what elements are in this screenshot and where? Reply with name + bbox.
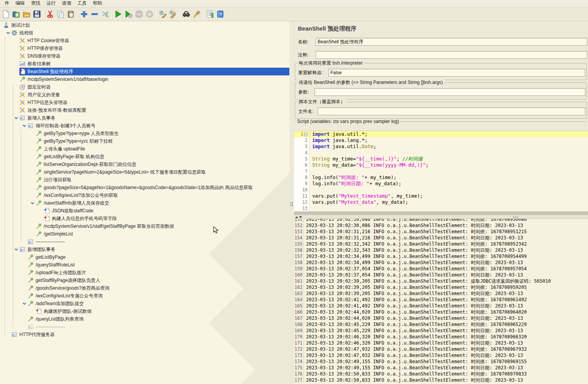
menu-item-3[interactable]: 运行 [43,0,59,7]
tree-node-body[interactable]: /queryStaffRoleList [27,261,289,269]
tree-node-body[interactable]: /goodsService/goods?推荐商品查询 [27,284,289,292]
tree-node[interactable]: 新增团队事务 [0,246,289,253]
expand-chevron-icon[interactable] [21,323,27,331]
cut-icon[interactable] [45,9,55,20]
tree-node[interactable]: BeanShell 预处理程序 [0,68,289,75]
code-text[interactable] [309,205,588,212]
tree-node-body[interactable]: HTTP缓存管理器 [19,44,289,52]
tree-node-body[interactable]: getListByPage-获取 机构信息 [36,153,289,160]
tree-node-body[interactable]: DNS缓存管理器 [19,52,289,60]
clear-icon[interactable] [157,9,168,20]
tree-node[interactable]: 测试计划 [0,21,289,29]
code-text[interactable]: String my_time="${__time(,)}"; //时间撮 [309,156,588,162]
paste-icon[interactable] [66,9,76,20]
tree-node[interactable]: 上传头像 uploadFile [0,145,289,153]
tree-node[interactable]: /getSimpleList [0,230,289,238]
collapse-chevron-icon[interactable] [29,199,36,207]
tree-node[interactable]: 线程组 [0,29,289,37]
tree-node[interactable]: HTTP信息头管理器 [0,99,289,106]
start-icon[interactable] [113,9,123,20]
collapse-chevron-icon[interactable] [13,114,19,122]
menu-item-5[interactable]: 工具 [74,0,90,7]
tree-node-body[interactable]: /addTeam添加团队提交 [27,300,289,307]
tree-node[interactable]: /queryList团队列表查询 [0,315,289,323]
tree-node-body[interactable]: /ncdpSystemService/v1/staff/getStaffByPa… [36,222,289,230]
tree-node[interactable]: 构建医护团队-测试数据 [0,307,289,315]
templates-icon[interactable] [11,9,21,20]
tree-node[interactable]: /wxConfig/wxList专属公众号查询 [0,292,289,300]
tree-node-body[interactable]: ------------------- [27,323,289,331]
expand-chevron-icon[interactable] [13,75,19,83]
tree-node[interactable]: getByType?type=rygw 人员类型医生 [0,130,289,137]
expand-chevron-icon[interactable] [29,145,36,153]
tree-node[interactable]: /ncdpSystemService/v1/staff/getStaffByPa… [0,222,289,230]
tree-node[interactable]: singleService?pageNum=2&pageSize=5&typeL… [0,168,289,176]
log-panel-divider[interactable] [294,215,588,219]
search-icon[interactable] [181,9,191,20]
tree-node-body[interactable]: 新增团队事务 [19,246,289,253]
tree-node-body[interactable]: HTTP代理服务器 [11,331,289,338]
tree-node[interactable]: /goodsService/goods?推荐商品查询 [0,284,289,292]
tree-node[interactable]: JSON提取staffCode [0,207,289,215]
tree-node[interactable]: /ncdpSystemService/v1/staff/base/login [0,75,289,83]
tree-node-body[interactable]: 治疗项目获取 [36,176,289,184]
tree-node[interactable]: HTTP Cookie管理器 [0,37,289,44]
code-text[interactable]: import java.util.Date; [309,143,588,150]
code-text[interactable]: vars.put("Mytest_timestamp", my_time); [309,193,588,199]
tree-node-body[interactable]: /ncdpSystemService/v1/staff/base/login [19,75,289,83]
name-input[interactable] [316,38,587,46]
tree-node[interactable]: 治疗项目获取 [0,176,289,184]
tree-node-body[interactable]: 新增人员事务 [19,114,289,122]
search-reset-icon[interactable] [191,9,202,20]
tree-node-body[interactable]: /wxConfig/wxList专属公众号查询 [27,292,289,300]
tree-node[interactable]: goods?pageSize=5&pageNo=1&goodsName=&goo… [0,184,289,191]
collapse-up-icon[interactable] [295,216,298,218]
tree-node-body[interactable]: 用户定义的变量 [19,91,289,99]
log-viewer[interactable]: 1512023-03-13 20:02:30,086 INFO o.a.j.u.… [294,219,588,384]
tree-node[interactable]: getListByPage-获取 机构信息 [0,153,289,160]
script-editor[interactable]: 1import java.util.*;2import java.lang.*;… [294,131,588,212]
tree-node-body[interactable]: /saveStaffInfo新增人员保存提交 [36,199,289,207]
add-icon[interactable] [79,9,89,20]
tree-node[interactable]: /uploadFile上传团队图片 [0,269,289,276]
editor-scrollbar[interactable] [294,212,588,215]
tree-node[interactable]: ------------------- [0,323,289,331]
copy-icon[interactable] [55,9,66,20]
tree-node-body[interactable]: /wxConfig/wxList?添加公众号的获取 [36,191,289,199]
tree-node[interactable]: /addTeam添加团队提交 [0,300,289,307]
tree-node[interactable]: 连接-预发布环境-数据库配置 [0,106,289,114]
tree-node-body[interactable]: /uploadFile上传团队图片 [27,269,289,276]
tree-node[interactable]: listServeOrganizationDept-获取部门岗位信息 [0,160,289,168]
tree-node-body[interactable]: getByType?type=rygw 人员类型医生 [36,130,289,137]
file-name-input[interactable] [318,108,585,115]
tree-node-body[interactable]: 构建医护团队-测试数据 [36,307,289,315]
panel-splitter[interactable] [289,21,294,384]
tree-node[interactable]: 构建人员信息的手机号码等字段 [0,215,289,222]
tree-node[interactable]: DNS缓存管理器 [0,52,289,60]
reset-interpreter-combo[interactable] [328,69,585,77]
tree-node[interactable]: 新增人员事务 [0,114,289,122]
tree-node-body[interactable]: listServeOrganizationDept-获取部门岗位信息 [36,160,289,168]
tree-node-body[interactable]: HTTP信息头管理器 [19,99,289,106]
tree-node[interactable]: /saveStaffInfo新增人员保存提交 [0,199,289,207]
tree-node-body[interactable]: getListByPage [27,253,289,261]
comment-input[interactable] [316,51,587,59]
tree-node-body[interactable]: /queryList团队列表查询 [27,315,289,323]
expand-chevron-icon[interactable] [21,238,27,246]
tree-node[interactable]: ------------------- [0,238,289,246]
tree-node-body[interactable]: 测试计划 [3,21,289,29]
tree-node[interactable]: /queryStaffRoleList [0,261,289,269]
collapse-chevron-icon[interactable] [21,122,27,130]
tree-node-body[interactable]: 察看结果树 [19,60,289,68]
menu-item-6[interactable]: 帮助 [90,0,105,7]
expand-chevron-icon[interactable] [21,269,27,276]
tree-node-body[interactable]: JSON提取staffCode [44,207,289,215]
function-helper-icon[interactable] [205,9,215,20]
code-text[interactable]: log.info("时间搓: "+ my_time); [309,174,588,181]
tree-node-body[interactable]: ------------------- [27,238,289,246]
tree-node-body[interactable]: HTTP Cookie管理器 [19,37,289,44]
collapse-chevron-icon[interactable] [13,246,19,253]
code-text[interactable]: import java.lang.*; [309,137,588,143]
collapse-chevron-icon[interactable] [21,300,27,307]
tree-node[interactable]: getListByPage [0,253,289,261]
